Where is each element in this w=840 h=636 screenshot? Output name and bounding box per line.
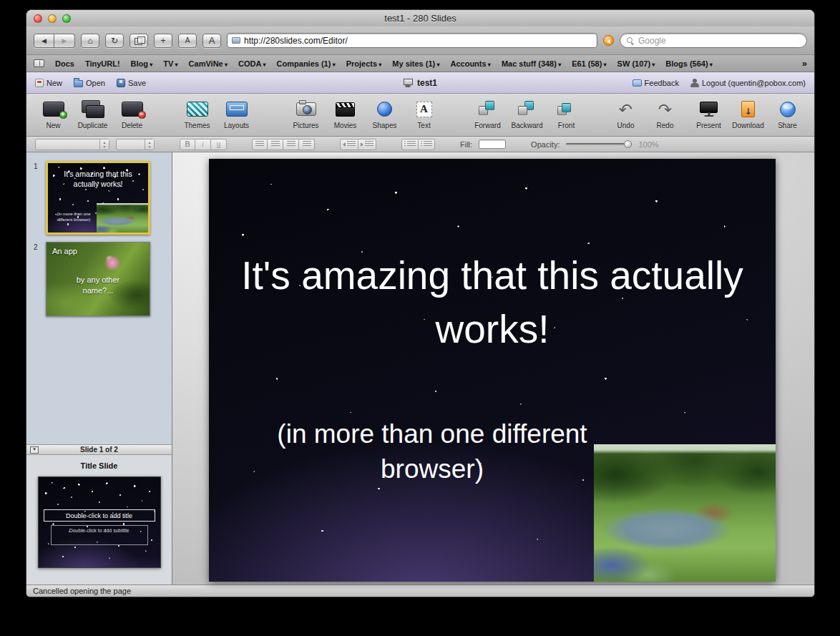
outdent-button[interactable] (340, 139, 358, 150)
themes-button[interactable]: Themes (177, 99, 217, 129)
toolbar-label: Redo (657, 122, 674, 129)
indent-button[interactable] (358, 139, 376, 150)
movies-icon (336, 99, 355, 119)
themes-icon (187, 99, 208, 119)
search-icon (627, 37, 634, 44)
underline-button[interactable]: u (211, 139, 227, 150)
stepper-icon (99, 140, 109, 150)
bookmark-folder[interactable]: Projects (346, 59, 382, 68)
redo-button[interactable]: Redo (645, 99, 685, 129)
close-button[interactable] (34, 14, 42, 23)
back-button[interactable]: ◀ (34, 34, 54, 48)
logout-button[interactable]: Logout (quentin@pobox.com) (690, 79, 806, 87)
font-size-combo[interactable] (116, 139, 155, 150)
share-button[interactable]: Share (768, 99, 807, 129)
slide-subtitle-text[interactable]: (in more than one different browser) (253, 416, 611, 486)
align-left-button[interactable] (252, 139, 268, 150)
thumb-subtitle-text: by any other name?... (63, 275, 133, 296)
bullet-list-button[interactable] (401, 139, 419, 150)
search-input[interactable] (638, 36, 800, 46)
new-slide-button[interactable]: New (34, 99, 73, 129)
slide-thumbnail[interactable]: An app by any other name?... (46, 242, 150, 316)
current-slide[interactable]: It's amazing that this actually works! (… (209, 159, 776, 582)
bold-button[interactable]: B (180, 139, 195, 150)
snapback-icon[interactable] (603, 35, 614, 46)
open-document-button[interactable]: Open (74, 78, 105, 87)
bookmark-folder[interactable]: My sites (1) (392, 59, 439, 68)
window-titlebar[interactable]: test1 - 280 Slides (26, 10, 814, 26)
window-controls (34, 14, 71, 23)
app-header-left: New Open Save (35, 78, 146, 87)
bookmark-folder[interactable]: SW (107) (617, 59, 655, 68)
home-icon: ⌂ (87, 36, 92, 46)
bookmark-folder[interactable]: Blog (131, 59, 153, 68)
fill-color-well[interactable] (479, 140, 506, 149)
undo-button[interactable]: Undo (606, 99, 645, 129)
slider-thumb[interactable] (624, 140, 632, 148)
bring-forward-button[interactable]: Forward (468, 99, 507, 129)
document-title: test1 (417, 78, 437, 88)
layouts-button[interactable]: Layouts (217, 99, 256, 129)
address-input[interactable] (244, 36, 592, 46)
text-button[interactable]: Text (404, 99, 444, 129)
shapes-icon (377, 99, 392, 119)
text-larger-button[interactable]: A (202, 34, 221, 48)
save-document-button[interactable]: Save (117, 79, 146, 87)
slide-thumbnail-selected[interactable]: It's amazing that this actually works! (… (46, 161, 150, 235)
new-document-icon (35, 79, 44, 87)
layout-preview[interactable]: Double-click to add title Double-click t… (38, 476, 161, 568)
bookmark-folder[interactable]: Blogs (564) (665, 59, 713, 68)
text-smaller-button[interactable]: A (178, 34, 197, 48)
delete-slide-button[interactable]: Delete (112, 99, 152, 129)
align-center-button[interactable] (268, 139, 283, 150)
bookmark-item[interactable]: TinyURL! (85, 59, 120, 68)
new-tab-button[interactable]: + (154, 34, 172, 48)
webclip-icon (135, 36, 144, 44)
bookmark-folder[interactable]: TV (163, 59, 177, 68)
bookmarks-overflow-chevron[interactable]: » (802, 58, 807, 69)
font-family-combo[interactable] (35, 139, 109, 150)
collapse-panel-button[interactable] (30, 446, 39, 454)
shapes-button[interactable]: Shapes (365, 99, 404, 129)
browser-status-bar: Cancelled opening the page (26, 584, 814, 597)
bookmark-folder[interactable]: Companies (1) (277, 59, 336, 68)
download-button[interactable]: Download (728, 99, 768, 129)
toolbar-label: Download (732, 122, 763, 129)
bookmark-item[interactable]: Docs (55, 59, 74, 68)
align-justify-button[interactable] (299, 139, 315, 150)
opacity-slider[interactable] (566, 140, 632, 149)
bookmark-folder[interactable]: Mac stuff (348) (502, 59, 561, 68)
layout-inspector: Title Slide Double-click to add title Do… (26, 455, 172, 584)
reload-button[interactable]: ↻ (105, 34, 124, 48)
present-button[interactable]: Present (689, 99, 728, 129)
thumb-title-text: It's amazing that this actually works! (51, 170, 145, 189)
home-button[interactable]: ⌂ (81, 34, 99, 48)
minimize-button[interactable] (48, 14, 57, 23)
toolbar-label: Pictures (293, 122, 318, 129)
pictures-button[interactable]: Pictures (286, 99, 326, 129)
feedback-button[interactable]: Feedback (633, 79, 679, 87)
bookmark-folder[interactable]: CODA (238, 59, 266, 68)
numbered-lines-icon (424, 141, 432, 147)
bring-to-front-button[interactable]: Front (547, 99, 586, 129)
garden-photo[interactable] (594, 444, 776, 582)
bookmark-folder[interactable]: E61 (58) (572, 59, 606, 68)
italic-button[interactable]: i (195, 139, 211, 150)
bookmark-folder[interactable]: CamViNe (189, 59, 228, 68)
send-backward-button[interactable]: Backward (507, 99, 547, 129)
zoom-button[interactable] (62, 14, 71, 23)
bookmark-folder[interactable]: Accounts (451, 59, 491, 68)
bookmarks-book-icon[interactable] (34, 59, 44, 67)
slide-actions-group: New Duplicate Delete (34, 99, 152, 129)
webclip-button[interactable] (130, 34, 148, 48)
text-smaller-icon: A (185, 36, 190, 44)
movies-button[interactable]: Movies (326, 99, 365, 129)
duplicate-slide-button[interactable]: Duplicate (73, 99, 112, 129)
document-icon (404, 79, 413, 85)
numbered-list-button[interactable] (419, 139, 435, 150)
slide-title-text[interactable]: It's amazing that this actually works! (230, 249, 754, 356)
forward-button[interactable]: ▶ (54, 34, 75, 48)
new-document-button[interactable]: New (35, 79, 62, 87)
align-right-button[interactable] (283, 139, 299, 150)
thumb-title-text: An app (52, 247, 77, 255)
